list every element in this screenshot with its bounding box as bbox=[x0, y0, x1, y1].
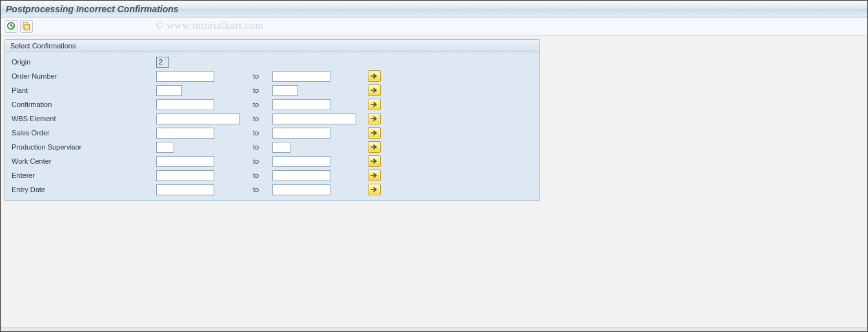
to-label: to bbox=[247, 86, 272, 94]
confirmation-from-input[interactable] bbox=[156, 99, 214, 110]
production-supervisor-from-input[interactable] bbox=[156, 142, 174, 153]
entry-date-multiple-selection-button[interactable] bbox=[368, 184, 381, 195]
label-entry-date: Entry Date bbox=[8, 184, 156, 195]
get-variant-button[interactable] bbox=[20, 20, 33, 33]
row-enterer: Entererto bbox=[8, 168, 537, 182]
to-label: to bbox=[247, 101, 272, 108]
confirmation-to-input[interactable] bbox=[272, 99, 330, 110]
sales-order-to-input[interactable] bbox=[272, 128, 330, 139]
arrow-right-icon bbox=[370, 130, 378, 136]
to-label: to bbox=[247, 143, 272, 151]
enterer-to-input[interactable] bbox=[272, 170, 330, 181]
sales-order-multiple-selection-button[interactable] bbox=[368, 127, 381, 139]
arrow-right-icon bbox=[370, 101, 378, 108]
arrow-right-icon bbox=[370, 144, 378, 150]
plant-to-input[interactable] bbox=[272, 85, 298, 96]
svg-line-2 bbox=[11, 26, 13, 27]
to-label: to bbox=[247, 186, 272, 193]
row-origin: Origin bbox=[8, 55, 537, 69]
work-center-multiple-selection-button[interactable] bbox=[368, 155, 381, 167]
work-center-to-input[interactable] bbox=[272, 156, 330, 167]
label-wbs-element: WBS Element bbox=[8, 113, 156, 124]
order-number-multiple-selection-button[interactable] bbox=[368, 70, 381, 82]
row-wbs-element: WBS Elementto bbox=[8, 112, 537, 126]
enterer-from-input[interactable] bbox=[156, 170, 214, 181]
production-supervisor-multiple-selection-button[interactable] bbox=[368, 141, 381, 153]
execute-icon bbox=[6, 21, 15, 32]
to-label: to bbox=[247, 171, 272, 179]
group-header: Select Confirmations bbox=[5, 40, 540, 52]
variant-icon bbox=[22, 21, 31, 32]
group-body: Origin Order Numberto Plantto Confirmati… bbox=[5, 52, 540, 200]
arrow-right-icon bbox=[370, 172, 378, 179]
enterer-multiple-selection-button[interactable] bbox=[368, 170, 381, 181]
order-number-from-input[interactable] bbox=[156, 71, 214, 82]
label-enterer: Enterer bbox=[8, 170, 156, 181]
window-bottom-border bbox=[1, 327, 867, 331]
to-label: to bbox=[247, 157, 272, 165]
row-production-supervisor: Production Supervisorto bbox=[8, 140, 537, 154]
plant-multiple-selection-button[interactable] bbox=[368, 84, 381, 96]
entry-date-from-input[interactable] bbox=[156, 184, 214, 195]
label-origin: Origin bbox=[8, 57, 156, 67]
content-area: Select Confirmations Origin Order Number… bbox=[1, 35, 867, 205]
toolbar: © www.tutorialkart.com bbox=[1, 17, 867, 35]
wbs-element-multiple-selection-button[interactable] bbox=[368, 113, 381, 124]
arrow-right-icon bbox=[370, 87, 378, 93]
label-sales-order: Sales Order bbox=[8, 128, 156, 138]
origin-input[interactable] bbox=[156, 57, 169, 68]
title-bar: Postprocessing Incorrect Confirmations bbox=[1, 1, 867, 17]
label-work-center: Work Center bbox=[8, 156, 156, 166]
production-supervisor-to-input[interactable] bbox=[272, 142, 290, 153]
execute-button[interactable] bbox=[5, 20, 17, 33]
entry-date-to-input[interactable] bbox=[272, 184, 330, 195]
wbs-element-from-input[interactable] bbox=[156, 113, 240, 124]
app-root: Postprocessing Incorrect Confirmations ©… bbox=[0, 0, 868, 332]
label-plant: Plant bbox=[8, 85, 156, 95]
row-sales-order: Sales Orderto bbox=[8, 126, 537, 140]
work-center-from-input[interactable] bbox=[156, 156, 214, 167]
sales-order-from-input[interactable] bbox=[156, 128, 214, 139]
label-confirmation: Confirmation bbox=[8, 99, 156, 110]
to-label: to bbox=[247, 72, 272, 80]
arrow-right-icon bbox=[370, 115, 378, 122]
arrow-right-icon bbox=[370, 73, 378, 79]
row-work-center: Work Centerto bbox=[8, 154, 537, 168]
to-label: to bbox=[247, 115, 272, 122]
arrow-right-icon bbox=[370, 186, 378, 193]
row-entry-date: Entry Dateto bbox=[8, 182, 537, 197]
label-production-supervisor: Production Supervisor bbox=[8, 142, 156, 152]
page-title: Postprocessing Incorrect Confirmations bbox=[6, 4, 179, 14]
order-number-to-input[interactable] bbox=[272, 71, 330, 82]
watermark: © www.tutorialkart.com bbox=[156, 20, 263, 32]
select-confirmations-group: Select Confirmations Origin Order Number… bbox=[5, 39, 540, 201]
to-label: to bbox=[247, 129, 272, 137]
label-order-number: Order Number bbox=[8, 71, 156, 81]
row-confirmation: Confirmationto bbox=[8, 97, 537, 112]
arrow-right-icon bbox=[370, 158, 378, 164]
row-plant: Plantto bbox=[8, 83, 537, 97]
confirmation-multiple-selection-button[interactable] bbox=[368, 99, 381, 110]
row-order-number: Order Numberto bbox=[8, 69, 537, 83]
plant-from-input[interactable] bbox=[156, 85, 182, 96]
wbs-element-to-input[interactable] bbox=[272, 113, 356, 124]
svg-rect-4 bbox=[25, 24, 30, 30]
